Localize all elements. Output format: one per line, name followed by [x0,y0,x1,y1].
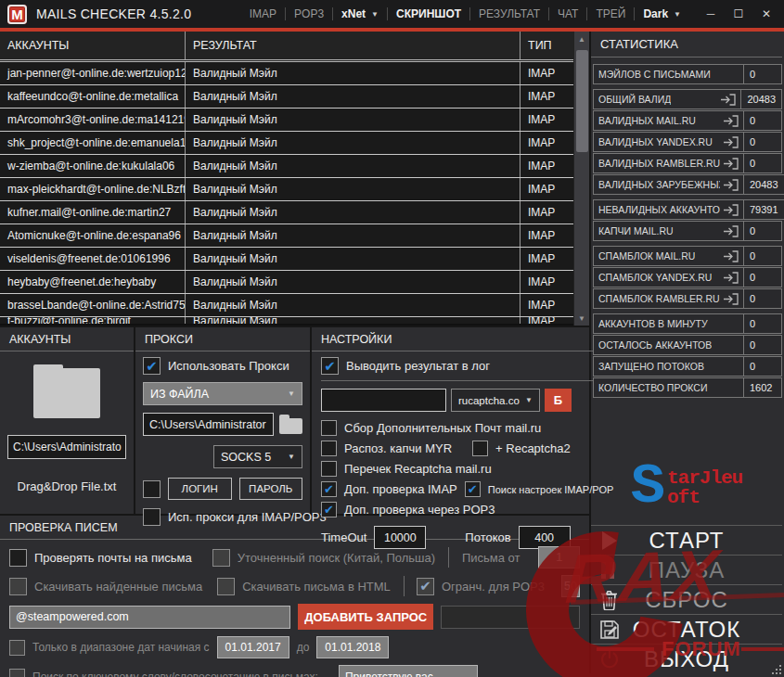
table-row[interactable]: shk_project@t-online.de:emanuela1Валидны… [0,132,573,155]
download-html-checkbox[interactable]: ✔ [217,578,235,595]
table-row[interactable]: kaffeeundco@t-online.de:metallicaВалидны… [0,85,573,109]
scroll-down-icon[interactable]: ▼ [574,311,590,326]
proxy-file-path-input[interactable]: C:\Users\Administrator [143,413,274,436]
menu-xnet-dropdown[interactable]: xNet▼ [333,7,387,20]
pop3-limit-checkbox[interactable]: ✔ [417,578,434,595]
export-icon[interactable] [723,225,739,237]
export-icon[interactable] [720,94,736,106]
pause-button[interactable]: ПАУЗА [591,555,782,584]
captcha-key-input[interactable] [321,389,446,412]
export-icon[interactable] [723,272,739,284]
date-to-input[interactable]: 01.01.2018 [316,636,389,658]
table-row[interactable]: jan-penner@t-online.de:wertzuiop12Валидн… [0,62,573,85]
use-proxy-checkbox[interactable]: ✔ [143,357,161,375]
stat-value: 20483 [744,174,784,195]
menu-theme-dropdown[interactable]: Dark▼ [635,7,689,20]
reset-button[interactable]: СБРОС [591,584,782,614]
results-table: АККАУНТЫ РЕЗУЛЬТАТ ТИП jan-penner@t-onli… [0,32,573,326]
table-row[interactable]: brasseLbande@t-online.de:Astrid75Валидны… [0,294,573,317]
password-button[interactable]: ПАРОЛЬ [239,478,303,500]
chevron-down-icon: ▼ [288,390,295,398]
app-title: MAILS CHECKER 4.5.2.0 [36,6,191,21]
proxy-auth-checkbox[interactable]: ✔ [143,480,161,498]
table-row-partial[interactable]: t-buzzi@t-online.de:birgitВалидный МэйлI… [0,317,573,324]
table-row[interactable]: Atomicnuke@t-online.de:espana96Валидный … [0,224,573,248]
column-header-type[interactable]: ТИП [521,32,573,59]
chevron-down-icon: ▼ [674,10,681,19]
menu-screenshot[interactable]: СКРИНШОТ [388,7,469,20]
titlebar: M MAILS CHECKER 4.5.2.0 IMAP POP3 xNet▼ … [0,0,784,28]
imap-check-label: Доп. проверка IMAP [344,482,457,496]
login-button[interactable]: ЛОГИН [168,478,232,500]
imap-settings-search-checkbox[interactable]: ✔ [465,481,481,497]
folder-icon[interactable] [33,364,100,418]
menu-pop3[interactable]: POP3 [286,7,332,20]
proxy-source-select[interactable]: ИЗ ФАЙЛА▼ [143,382,302,405]
export-icon[interactable] [723,204,739,216]
right-column: СТАТИСТИКА МЭЙЛОВ С ПИСЬМАМИ 0 ОБЩИЙ ВАЛ… [591,32,782,673]
keyword-search-checkbox[interactable]: ✔ [9,669,25,677]
collect-extra-mail-checkbox[interactable]: ✔ [321,420,337,436]
table-scrollbar[interactable]: ▲ ▼ [573,32,589,326]
date-from-input[interactable]: 01.01.2017 [217,636,289,658]
recaptcha-mailru-label: Перечек Recaptcha mail.ru [344,462,492,476]
query-list-input[interactable] [441,606,580,629]
table-header: АККАУНТЫ РЕЗУЛЬТАТ ТИП [0,32,573,62]
table-row[interactable]: max-pleickhardt@t-online.de:NLBzftВалидн… [0,178,573,201]
download-letters-checkbox[interactable]: ✔ [9,578,27,595]
recaptcha2-checkbox[interactable]: ✔ [472,441,488,456]
balance-button[interactable]: Б [545,389,572,412]
export-icon[interactable] [723,158,739,170]
resize-grip[interactable] [770,663,781,674]
scrollbar-track[interactable] [574,46,590,311]
scrollbar-thumb[interactable] [576,50,588,152]
add-query-button[interactable]: ДОБАВИТЬ ЗАПРОС [298,604,433,630]
pop3-check-checkbox[interactable]: ✔ [321,502,337,517]
menu-chat[interactable]: ЧАТ [549,7,586,20]
log-output-checkbox[interactable]: ✔ [321,357,339,375]
myr-captcha-checkbox[interactable]: ✔ [321,441,337,456]
menu-tray[interactable]: ТРЕЙ [587,7,634,20]
stat-row: КАПЧИ MAIL.RU 0 [593,221,782,241]
browse-folder-icon[interactable] [279,415,302,434]
column-header-accounts[interactable]: АККАУНТЫ [0,32,186,59]
export-icon[interactable] [723,179,739,191]
maximize-button[interactable]: ☐ [726,4,751,24]
accounts-file-path[interactable]: C:\Users\Administrato [7,435,126,459]
proxy-panel-title: ПРОКСИ [135,327,310,351]
table-row[interactable]: mArcomohr3@t-online.de:ma1412195Валидный… [0,109,573,132]
table-row[interactable]: heybaby@freenet.de:heybabyВалидный МэйлI… [0,271,573,294]
letters-from-input[interactable]: 1 [538,546,580,568]
export-icon[interactable] [723,136,739,148]
search-query-input[interactable]: @steampowered.com [9,606,290,629]
chevron-down-icon: ▼ [288,453,295,461]
recaptcha-mailru-checkbox[interactable]: ✔ [321,461,337,477]
table-row[interactable]: kufner.mail@t-online.de:martin27Валидный… [0,201,573,224]
close-button[interactable]: ✕ [754,4,778,24]
date-range-checkbox[interactable]: ✔ [9,640,25,656]
start-button[interactable]: СТАРТ [591,525,782,555]
date-to-label: до [297,641,310,654]
exit-button[interactable]: ВЫХОД [591,644,782,673]
scroll-up-icon[interactable]: ▲ [574,32,590,46]
table-row[interactable]: w-ziemba@t-online.de:kukulala06Валидный … [0,155,573,178]
column-header-result[interactable]: РЕЗУЛЬТАТ [186,32,521,59]
proxy-type-select[interactable]: SOCKS 5▼ [213,445,302,468]
refined-search-checkbox[interactable]: ✔ [212,549,230,567]
minimize-button[interactable]: ─ [699,4,723,24]
menu-imap[interactable]: IMAP [241,7,285,20]
captcha-service-select[interactable]: rucaptcha.co▼ [451,389,540,412]
proxy-imap-pop3-checkbox[interactable]: ✔ [143,508,161,526]
menu-result[interactable]: РЕЗУЛЬТАТ [470,7,548,20]
export-icon[interactable] [723,115,739,127]
export-icon[interactable] [723,293,739,305]
export-icon[interactable] [723,250,739,262]
remainder-button[interactable]: ОСТАТОК [591,614,782,644]
table-row[interactable]: viseldenis@freenet.de:01061996Валидный М… [0,248,573,271]
keyword-input[interactable]: Приветствую вас, [339,665,478,677]
pop3-limit-input[interactable]: 50 [561,575,580,597]
stat-row: ОСТАЛОСЬ АККАУНТОВ 0 [593,335,782,355]
collect-extra-mail-label: Сбор Дополнительных Почт mail.ru [344,421,541,435]
imap-check-checkbox[interactable]: ✔ [321,481,337,497]
check-mails-checkbox[interactable]: ✔ [9,549,27,567]
